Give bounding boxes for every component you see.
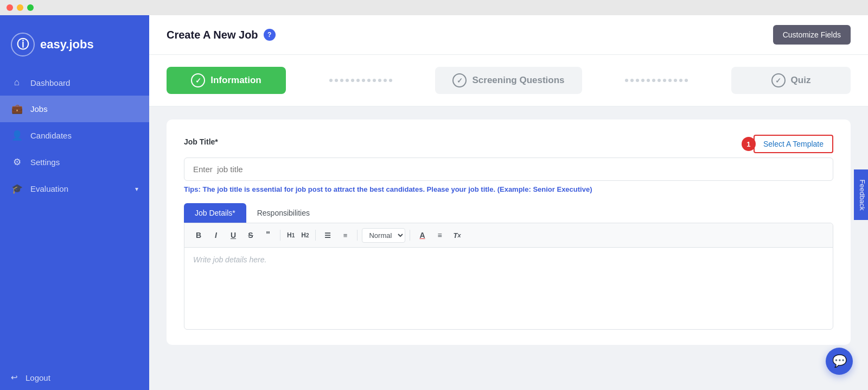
step-label-information: Information bbox=[210, 75, 261, 86]
customize-fields-button[interactable]: Customize Fields bbox=[773, 25, 851, 45]
tips-body: The job title is essential for job post … bbox=[201, 185, 592, 193]
job-title-input[interactable] bbox=[184, 158, 833, 181]
dot bbox=[378, 79, 381, 82]
step-information[interactable]: ✓ Information bbox=[167, 67, 286, 94]
sidebar-item-candidates[interactable]: 👤 Candidates bbox=[0, 122, 149, 149]
select-template-button[interactable]: Select A Template bbox=[754, 135, 833, 153]
dot bbox=[362, 79, 365, 82]
select-template-wrap: 1 Select A Template bbox=[742, 135, 833, 153]
sidebar-label-candidates: Candidates bbox=[30, 131, 72, 140]
dot bbox=[674, 79, 677, 82]
sidebar-logo: ⓘ easy.jobs bbox=[0, 26, 149, 70]
sidebar-item-jobs[interactable]: 💼 Jobs bbox=[0, 96, 149, 122]
dot bbox=[668, 79, 672, 82]
job-title-field-row: Job Title* 1 Select A Template Tips: The… bbox=[184, 135, 833, 193]
toolbar-separator-1 bbox=[280, 230, 280, 241]
step-check-quiz: ✓ bbox=[771, 73, 786, 87]
chat-button[interactable]: 💬 bbox=[826, 348, 853, 375]
toolbar-italic-button[interactable]: I bbox=[208, 228, 224, 243]
editor-placeholder: Write job details here. bbox=[193, 255, 266, 264]
dot bbox=[384, 79, 387, 82]
toolbar-bold-button[interactable]: B bbox=[191, 228, 206, 243]
form-card: Job Title* 1 Select A Template Tips: The… bbox=[167, 119, 851, 345]
dot bbox=[340, 79, 343, 82]
editor-toolbar: B I U S " H1 H2 ☰ ≡ Normal bbox=[184, 223, 833, 248]
step-check-information: ✓ bbox=[191, 73, 205, 87]
toolbar-h1-button[interactable]: H1 bbox=[285, 228, 297, 243]
toolbar-blockquote-button[interactable]: " bbox=[260, 228, 276, 243]
settings-icon: ⚙ bbox=[11, 156, 23, 168]
feedback-tab[interactable]: Feedback bbox=[854, 169, 868, 220]
step-screening[interactable]: ✓ Screening Questions bbox=[435, 67, 582, 94]
sidebar-label-settings: Settings bbox=[30, 158, 60, 167]
toolbar-strikethrough-button[interactable]: S bbox=[243, 228, 258, 243]
dot bbox=[641, 79, 644, 82]
toolbar-unordered-list-button[interactable]: ≡ bbox=[337, 228, 353, 243]
toolbar-align-button[interactable]: ≡ bbox=[432, 228, 447, 243]
tab-responsibilities[interactable]: Responsibilities bbox=[246, 203, 321, 223]
app-wrapper: ⓘ easy.jobs ⌂ Dashboard 💼 Jobs 👤 Candida… bbox=[0, 0, 868, 390]
tips-prefix: Tips: bbox=[184, 185, 201, 193]
sidebar-label-evaluation: Evaluation bbox=[30, 184, 68, 193]
toolbar-font-color-button[interactable]: A bbox=[414, 228, 430, 243]
dot bbox=[658, 79, 661, 82]
dot bbox=[335, 79, 338, 82]
toolbar-ordered-list-button[interactable]: ☰ bbox=[320, 228, 335, 243]
editor-body[interactable]: Write job details here. bbox=[184, 248, 833, 329]
sidebar-label-jobs: Jobs bbox=[30, 104, 48, 114]
candidates-icon: 👤 bbox=[11, 130, 23, 141]
toolbar-underline-button[interactable]: U bbox=[226, 228, 241, 243]
traffic-light-green[interactable] bbox=[27, 4, 34, 11]
form-area: Job Title* 1 Select A Template Tips: The… bbox=[149, 106, 868, 390]
font-size-select[interactable]: Normal bbox=[362, 228, 405, 243]
page-title: Create A New Job bbox=[167, 29, 258, 41]
toolbar-separator-4 bbox=[410, 230, 410, 241]
dot bbox=[389, 79, 392, 82]
dot bbox=[356, 79, 360, 82]
traffic-light-yellow[interactable] bbox=[17, 4, 23, 11]
chat-icon: 💬 bbox=[832, 354, 847, 368]
dot bbox=[630, 79, 634, 82]
step-label-screening: Screening Questions bbox=[472, 75, 564, 86]
dot bbox=[685, 79, 688, 82]
dot bbox=[679, 79, 682, 82]
logo-text: easy.jobs bbox=[40, 37, 94, 52]
select-template-badge: 1 bbox=[742, 137, 756, 151]
main-content: Create A New Job ? Customize Fields ✓ In… bbox=[149, 15, 868, 390]
home-icon: ⌂ bbox=[11, 77, 23, 88]
dot bbox=[636, 79, 639, 82]
tips-text: Tips: The job title is essential for job… bbox=[184, 185, 833, 193]
sidebar-item-evaluation[interactable]: 🎓 Evaluation ▾ bbox=[0, 175, 149, 202]
dot bbox=[647, 79, 650, 82]
dot bbox=[652, 79, 655, 82]
logout-icon: ↩ bbox=[11, 373, 18, 382]
field-label-row: Job Title* 1 Select A Template bbox=[184, 135, 833, 153]
sidebar-item-logout[interactable]: ↩ Logout bbox=[11, 373, 138, 382]
sidebar-label-dashboard: Dashboard bbox=[30, 78, 70, 87]
logo-icon: ⓘ bbox=[11, 33, 35, 56]
evaluation-icon: 🎓 bbox=[11, 183, 23, 194]
step-label-quiz: Quiz bbox=[791, 75, 811, 86]
sidebar-item-dashboard[interactable]: ⌂ Dashboard bbox=[0, 70, 149, 96]
tab-job-details[interactable]: Job Details* bbox=[184, 203, 246, 223]
step-quiz[interactable]: ✓ Quiz bbox=[731, 67, 851, 94]
rich-text-editor: B I U S " H1 H2 ☰ ≡ Normal bbox=[184, 223, 833, 330]
steps-bar: ✓ Information ✓ Screening Questions bbox=[149, 55, 868, 106]
chevron-down-icon: ▾ bbox=[135, 185, 138, 193]
step-dots-1 bbox=[286, 79, 435, 82]
toolbar-h2-button[interactable]: H2 bbox=[299, 228, 311, 243]
page-header: Create A New Job ? Customize Fields bbox=[149, 15, 868, 55]
dot bbox=[663, 79, 666, 82]
dot bbox=[367, 79, 371, 82]
sidebar-label-logout: Logout bbox=[25, 373, 50, 382]
job-title-label: Job Title* bbox=[184, 137, 218, 146]
jobs-icon: 💼 bbox=[11, 103, 23, 115]
sidebar-bottom: ↩ Logout bbox=[0, 365, 149, 390]
sidebar-nav: ⌂ Dashboard 💼 Jobs 👤 Candidates ⚙ Settin… bbox=[0, 70, 149, 365]
sidebar-item-settings[interactable]: ⚙ Settings bbox=[0, 149, 149, 175]
sidebar: ⓘ easy.jobs ⌂ Dashboard 💼 Jobs 👤 Candida… bbox=[0, 15, 149, 390]
page-title-wrap: Create A New Job ? bbox=[167, 29, 276, 41]
toolbar-clear-button[interactable]: Tx bbox=[449, 228, 464, 243]
traffic-light-red[interactable] bbox=[7, 4, 13, 11]
help-icon[interactable]: ? bbox=[264, 29, 276, 41]
